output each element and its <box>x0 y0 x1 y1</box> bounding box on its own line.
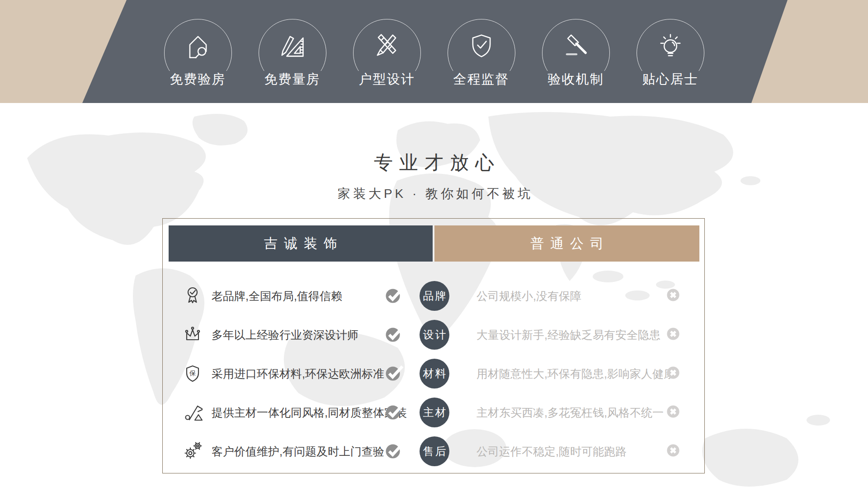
category-badge: 品牌 <box>420 281 449 311</box>
crown-icon <box>183 324 203 346</box>
gears-icon <box>183 440 203 462</box>
row-right-text: 大量设计新手,经验缺乏易有安全隐患 <box>476 328 660 342</box>
check-icon <box>385 364 404 384</box>
banner-items: 免费验房 免费量房 <box>0 0 868 103</box>
banner-item-free-measuring: 免费量房 <box>259 19 326 87</box>
comparison-rows: 老品牌,全国布局,值得信赖 品牌 公司规模小,没有保障 <box>163 276 704 471</box>
cross-icon <box>665 365 681 382</box>
comparison-row-materials: 保 采用进口环保材料,环保达欧洲标准 材料 用材随意性大,环保有隐患,影响家人健… <box>163 354 704 393</box>
comparison-row-brand: 老品牌,全国布局,值得信赖 品牌 公司规模小,没有保障 <box>163 276 704 315</box>
category-badge: 售后 <box>420 436 449 466</box>
landing-page: 免费验房 免费量房 <box>0 0 868 487</box>
section-subtitle: 家装大PK · 教你如何不被坑 <box>0 185 868 202</box>
row-left-text: 客户价值维护,有问题及时上门查验 <box>212 444 384 459</box>
row-right-text: 公司规模小,没有保障 <box>476 289 581 304</box>
cross-icon <box>665 404 681 421</box>
comparison-header-jicheng: 吉诚装饰 <box>169 225 433 262</box>
flag-peak-icon <box>183 402 203 423</box>
svg-text:保: 保 <box>189 370 196 377</box>
medal-icon <box>183 285 203 307</box>
banner-item-considerate: 贴心居士 <box>637 19 704 87</box>
category-badge: 主材 <box>420 398 449 427</box>
row-left-text: 多年以上经验行业资深设计师 <box>212 328 359 342</box>
comparison-row-aftersales: 客户价值维护,有问题及时上门查验 售后 公司运作不稳定,随时可能跑路 <box>163 432 704 471</box>
row-left-text: 提供主材一体化同风格,同材质整体家装 <box>212 405 407 420</box>
banner-item-floorplan-design: 户型设计 <box>353 19 421 87</box>
section-title: 专业才放心 <box>0 150 868 175</box>
comparison-row-main-materials: 提供主材一体化同风格,同材质整体家装 主材 主材东买西凑,多花冤枉钱,风格不统一 <box>163 393 704 432</box>
banner-item-label: 免费量房 <box>262 71 323 87</box>
banner-item-free-inspection: 免费验房 <box>164 19 232 87</box>
comparison-row-design: 多年以上经验行业资深设计师 设计 大量设计新手,经验缺乏易有安全隐患 <box>163 315 704 354</box>
cross-icon <box>665 326 681 343</box>
check-icon <box>385 441 404 461</box>
banner-item-acceptance: 验收机制 <box>542 19 610 87</box>
row-left-text: 采用进口环保材料,环保达欧洲标准 <box>212 366 384 381</box>
services-banner: 免费验房 免费量房 <box>0 0 868 103</box>
comparison-header-ordinary: 普通公司 <box>434 225 699 262</box>
category-badge: 设计 <box>420 320 449 350</box>
check-icon <box>385 403 404 422</box>
banner-item-label: 贴心居士 <box>640 71 701 87</box>
row-right-text: 用材随意性大,环保有隐患,影响家人健康 <box>476 366 675 381</box>
banner-item-label: 验收机制 <box>545 71 607 87</box>
category-badge: 材料 <box>420 359 449 389</box>
banner-item-full-supervision: 全程监督 <box>448 19 515 87</box>
shield-bao-icon: 保 <box>183 363 203 384</box>
cross-icon <box>665 443 681 460</box>
banner-item-label: 全程监督 <box>451 71 512 87</box>
banner-item-label: 户型设计 <box>356 71 418 87</box>
row-right-text: 公司运作不稳定,随时可能跑路 <box>476 444 627 459</box>
check-icon <box>385 325 404 345</box>
banner-item-label: 免费验房 <box>167 71 229 87</box>
comparison-table: 吉诚装饰 普通公司 老品牌,全国布局,值得信赖 <box>162 218 705 473</box>
row-right-text: 主材东买西凑,多花冤枉钱,风格不统一 <box>476 405 664 420</box>
cross-icon <box>665 287 681 304</box>
check-icon <box>385 286 404 306</box>
row-left-text: 老品牌,全国布局,值得信赖 <box>212 289 342 304</box>
